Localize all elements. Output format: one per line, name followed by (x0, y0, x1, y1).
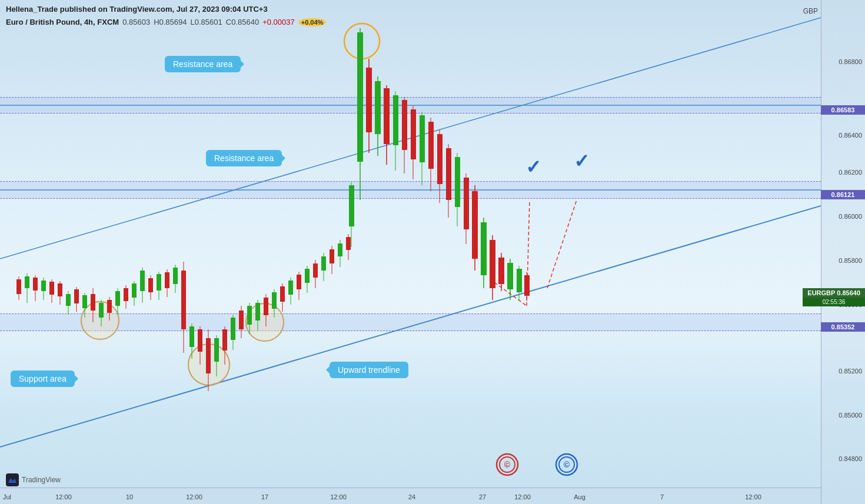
svg-rect-5 (33, 278, 38, 291)
chart-open: 0.85603 (122, 18, 150, 26)
candle-group-spike (349, 28, 434, 247)
svg-rect-23 (107, 300, 112, 313)
svg-rect-83 (349, 185, 354, 226)
svg-rect-79 (338, 243, 342, 256)
svg-rect-93 (393, 95, 398, 145)
svg-rect-27 (124, 288, 128, 301)
time-7: 7 (660, 493, 664, 500)
resistance-area-1-label: Resistance area (165, 56, 241, 72)
price-85800: 0.85800 (839, 257, 862, 264)
chart-change: +0.00037 (262, 18, 295, 26)
chart-high: H0.85694 (154, 18, 187, 26)
tv-logo-text: TradingView (22, 476, 61, 484)
upward-trendline-line (0, 206, 821, 447)
svg-rect-63 (272, 292, 277, 309)
upward-trendline-label: Upward trendline (330, 362, 408, 378)
svg-rect-53 (231, 318, 235, 340)
price-85000: 0.85000 (839, 412, 862, 419)
svg-rect-13 (66, 294, 71, 306)
svg-text:©: © (504, 460, 511, 469)
tv-logo-icon (6, 473, 19, 486)
svg-rect-77 (330, 249, 334, 263)
checkmark-1: ✓ (525, 156, 541, 178)
svg-rect-97 (411, 109, 416, 159)
eurgbp-symbol: EURGBP 0.85640 (803, 288, 865, 298)
svg-rect-3 (25, 276, 29, 288)
time-aug: Aug (574, 493, 585, 500)
svg-rect-103 (437, 134, 443, 184)
resistance-2-badge: 0.86121 (821, 190, 865, 199)
support-area-label: Support area (11, 371, 75, 387)
svg-rect-43 (189, 326, 194, 347)
svg-rect-15 (74, 289, 79, 303)
svg-rect-17 (82, 295, 87, 308)
svg-rect-91 (384, 88, 390, 144)
chart-publisher: Hellena_Trade published on TradingView.c… (6, 5, 268, 14)
svg-rect-45 (198, 329, 202, 352)
svg-rect-59 (255, 303, 260, 321)
time-1200-1: 12:00 (55, 493, 72, 500)
price-85200: 0.85200 (839, 368, 862, 375)
svg-rect-37 (165, 272, 169, 288)
svg-rect-109 (464, 178, 469, 229)
time-1200-2: 12:00 (186, 493, 202, 500)
svg-rect-115 (490, 240, 495, 288)
prediction-line-3 (547, 200, 577, 288)
svg-rect-101 (428, 122, 434, 169)
svg-rect-49 (214, 338, 219, 362)
svg-rect-39 (173, 268, 178, 284)
price-84800: 0.84800 (839, 455, 862, 462)
svg-rect-33 (148, 278, 153, 292)
time-27: 27 (479, 493, 486, 500)
svg-rect-107 (455, 157, 460, 207)
svg-rect-55 (239, 311, 244, 329)
time-17: 17 (261, 493, 268, 500)
time-10: 10 (126, 493, 133, 500)
svg-rect-31 (140, 271, 145, 291)
eurgbp-time: 02:55:36 (803, 298, 865, 306)
time-jul: Jul (3, 493, 11, 500)
svg-rect-87 (366, 68, 372, 132)
time-1200-4: 12:00 (514, 493, 531, 500)
svg-rect-111 (472, 191, 478, 259)
tradingview-logo: TradingView (6, 473, 61, 486)
svg-rect-121 (517, 269, 522, 292)
svg-rect-105 (446, 148, 451, 200)
currency-label: GBP (803, 7, 818, 15)
svg-rect-11 (58, 283, 62, 296)
price-axis: 0.86800 0.86400 0.86200 0.86000 0.85800 … (821, 0, 865, 504)
svg-rect-73 (313, 263, 318, 278)
upper-trendline-line (0, 18, 821, 259)
svg-rect-51 (222, 329, 227, 351)
price-86200: 0.86200 (839, 169, 862, 176)
svg-rect-7 (41, 281, 46, 291)
price-86800: 0.86800 (839, 58, 862, 65)
time-1200-3: 12:00 (330, 493, 347, 500)
svg-rect-71 (305, 269, 310, 283)
svg-rect-126 (6, 473, 19, 486)
chart-svg: ✓ ✓ © © (0, 0, 821, 488)
time-24: 24 (408, 493, 415, 500)
svg-rect-41 (181, 271, 186, 329)
svg-rect-35 (157, 274, 161, 291)
candle-group-left (16, 234, 351, 391)
svg-rect-65 (280, 286, 285, 302)
svg-rect-1 (16, 279, 21, 294)
svg-rect-29 (132, 283, 137, 298)
resistance-area-2-label: Resistance area (206, 150, 282, 166)
chart-pair: Euro / British Pound, 4h, FXCM (6, 18, 119, 26)
svg-rect-21 (99, 303, 104, 318)
svg-rect-25 (115, 291, 120, 306)
svg-rect-95 (402, 100, 407, 150)
time-1200-5: 12:00 (745, 493, 761, 500)
svg-rect-57 (247, 306, 252, 325)
svg-rect-9 (49, 282, 54, 295)
svg-rect-119 (507, 263, 513, 289)
resistance-1-badge: 0.86583 (821, 105, 865, 115)
support-badge: 0.85352 (821, 322, 865, 332)
svg-rect-69 (297, 275, 301, 289)
svg-rect-61 (264, 298, 268, 315)
candle-group-selloff (437, 129, 530, 301)
svg-rect-117 (498, 258, 504, 284)
svg-rect-89 (375, 81, 381, 134)
